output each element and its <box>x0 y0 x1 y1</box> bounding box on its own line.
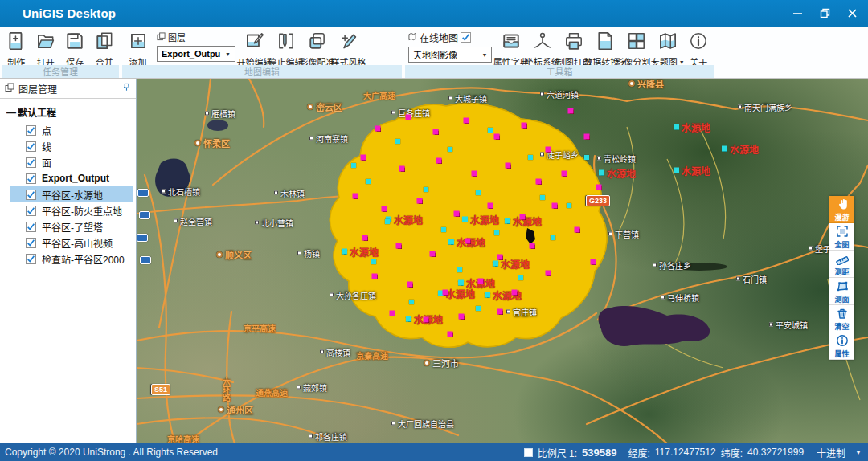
layer-row-检查站-平谷区2000[interactable]: 检查站-平谷区2000 <box>0 251 136 267</box>
clear-icon <box>836 307 849 323</box>
fire-point-marker <box>448 332 453 337</box>
layer-row-平谷区-了望塔[interactable]: 平谷区-了望塔 <box>0 218 136 235</box>
water-source-label: 水源地 <box>674 120 710 134</box>
style-icon <box>338 31 359 55</box>
layer-checkbox[interactable] <box>26 173 36 184</box>
layer-checkbox[interactable] <box>26 125 36 136</box>
save-icon <box>64 31 85 55</box>
ribbon-button-专题图[interactable]: 专题图▼ <box>652 28 683 68</box>
ribbon-button-影像配准[interactable]: 影像配准 <box>301 28 333 68</box>
fire-point-marker <box>390 311 395 316</box>
project-root[interactable]: —默认工程 <box>0 99 136 122</box>
fire-point-marker <box>443 290 448 296</box>
layer-checkbox[interactable] <box>26 141 36 152</box>
extent-icon <box>836 225 849 241</box>
map-label-高楼镇: 高楼镇 <box>320 346 350 358</box>
layer-checkbox[interactable] <box>26 222 36 232</box>
fire-point-marker <box>506 163 511 169</box>
fire-point-marker <box>399 166 405 172</box>
layer-checkbox[interactable] <box>26 157 36 168</box>
ribbon-button-停止编辑[interactable]: 停止编辑 <box>270 28 301 68</box>
fire-point-marker <box>536 179 542 185</box>
ribbon-group-2: 在线地图 天地图影像▼ 属性字典 坐标系统 制图打印 数据转换▼ 影像分割▼ 专… <box>403 27 715 79</box>
layer-row-点[interactable]: 点 <box>0 122 136 138</box>
fire-point-marker <box>472 171 477 177</box>
map-label-六环路: 六环路 <box>220 377 232 402</box>
map-label-木林镇: 木林镇 <box>274 187 305 199</box>
format-dropdown-icon[interactable]: ▼ <box>855 449 862 456</box>
layer-row-面[interactable]: 面 <box>0 154 136 170</box>
map-tool-测面[interactable]: 测面 <box>829 278 854 305</box>
road-shield-S51: S51 <box>151 384 170 395</box>
layer-label: 平谷区-了望塔 <box>42 220 103 234</box>
water-point-marker <box>584 155 589 160</box>
map-label-青松岭镇: 青松岭镇 <box>597 153 636 165</box>
dict-icon <box>501 31 522 55</box>
fire-point-marker <box>372 274 378 279</box>
map-tool-漫游[interactable]: 漫游 <box>829 196 854 223</box>
fire-point-marker <box>478 279 484 284</box>
water-point-marker <box>551 235 555 240</box>
map-label-大厂回族自治县: 大厂回族自治县 <box>391 418 454 430</box>
map-label-大孙各庄镇: 大孙各庄镇 <box>330 289 376 301</box>
layer-checkbox[interactable] <box>26 190 36 200</box>
ribbon-button-坐标系统[interactable]: 坐标系统 <box>526 28 558 68</box>
water-point-marker <box>476 306 481 311</box>
map-tool-测距[interactable]: 测距 <box>829 251 854 278</box>
basemap-dropdown[interactable]: 天地图影像▼ <box>408 47 492 63</box>
map-tool-清空[interactable]: 清空 <box>829 305 854 332</box>
layer-checkbox[interactable] <box>26 254 36 264</box>
map-label-大广高速: 大广高速 <box>363 89 395 101</box>
map-viewport[interactable]: 雁栖镇怀柔区密云区河南寨镇大城子镇巨各庄镇大广高速六道河镇兴隆县南天门满族乡陡子… <box>137 79 868 443</box>
online-map-checkbox[interactable] <box>461 32 471 43</box>
water-point-marker <box>567 203 571 208</box>
longitude-value: 117.12477512 <box>655 447 716 458</box>
close-icon[interactable] <box>844 6 860 22</box>
scale-value: 539589 <box>582 447 616 459</box>
layer-checkbox[interactable] <box>26 238 36 248</box>
scale-tool-icon[interactable] <box>524 448 533 457</box>
water-source-label: 水源地 <box>386 213 423 226</box>
fire-point-marker <box>568 108 574 114</box>
latitude-label: 纬度: <box>721 446 743 459</box>
map-tool-属性[interactable]: 属性 <box>829 332 854 360</box>
layer-panel: 图层管理 —默认工程 点 线 面 Export_Output 平谷区-水源地 平… <box>0 79 137 443</box>
restore-icon[interactable] <box>817 6 833 22</box>
road-shield-blue <box>139 211 150 219</box>
layer-row-线[interactable]: 线 <box>0 138 136 154</box>
ribbon-button-保存[interactable]: 保存 <box>60 28 90 68</box>
map-label-京秦高速: 京秦高速 <box>356 349 388 361</box>
layer-selector: 图层 Export_Outpu▼ <box>154 28 239 62</box>
layer-selector-dropdown[interactable]: Export_Outpu▼ <box>157 46 235 62</box>
ribbon-button-样式风格[interactable]: 样式风格 <box>333 28 364 68</box>
layer-checkbox[interactable] <box>26 206 36 216</box>
water-source-label: 水源地 <box>342 245 379 259</box>
layers-icon <box>5 83 14 95</box>
ribbon-button-关于[interactable]: 关于 <box>683 28 714 68</box>
map-label-兴隆县: 兴隆县 <box>628 79 664 90</box>
layer-row-平谷区-水源地[interactable]: 平谷区-水源地 <box>0 186 136 202</box>
coord-format[interactable]: 十进制 <box>817 446 845 459</box>
ribbon-button-打开[interactable]: 打开 <box>31 28 61 68</box>
layer-row-平谷区-高山视频[interactable]: 平谷区-高山视频 <box>0 235 136 251</box>
layer-row-平谷区-防火重点地[interactable]: 平谷区-防火重点地 <box>0 202 136 218</box>
ribbon-group-1: 添加 图层 Export_Outpu▼ 开始编辑 停止编辑 影像配准 样式风格地… <box>121 27 403 79</box>
ribbon-group-label: 任务管理 <box>2 65 119 78</box>
map-label-石门镇: 石门镇 <box>736 273 767 285</box>
ribbon-button-开始编辑[interactable]: 开始编辑 <box>239 28 270 68</box>
fire-point-marker <box>396 243 402 249</box>
minimize-icon[interactable] <box>789 6 805 22</box>
ribbon-button-制作[interactable]: 制作 <box>2 28 31 68</box>
layer-label: 平谷区-高山视频 <box>42 236 113 250</box>
pin-icon[interactable] <box>122 83 131 94</box>
ribbon-button-合并[interactable]: 合并 <box>90 28 120 68</box>
ribbon-button-属性字典[interactable]: 属性字典 <box>495 28 526 68</box>
layer-row-Export_Output[interactable]: Export_Output <box>0 170 136 186</box>
map-tool-全图[interactable]: 全图 <box>829 223 854 251</box>
ribbon-button-影像分割[interactable]: 影像分割▼ <box>620 28 652 68</box>
fire-point-marker <box>591 259 596 265</box>
ribbon-button-添加[interactable]: 添加 <box>122 28 154 68</box>
map-label-通燕高速: 通燕高速 <box>256 386 288 398</box>
water-point-marker <box>351 163 356 168</box>
online-map-label: 在线地图 <box>420 31 458 44</box>
